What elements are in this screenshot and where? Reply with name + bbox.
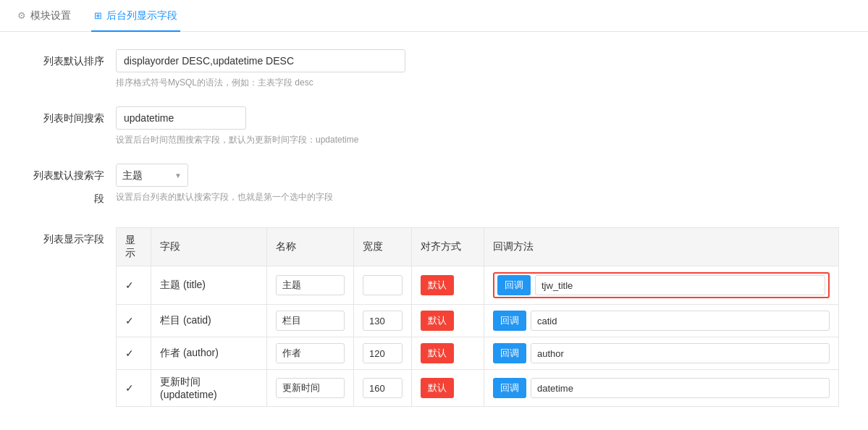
time-search-hint: 设置后台时间范围搜索字段，默认为更新时间字段：updatetime: [116, 134, 839, 146]
sort-order-label: 列表默认排序: [29, 49, 116, 72]
callback-button[interactable]: 回调: [497, 275, 531, 295]
display-fields-table: 显示 字段 名称 宽度 对齐方式 回调方法 ✓主题 (title)默认回调✓栏目…: [116, 227, 839, 407]
table-row: ✓主题 (title)默认回调: [117, 266, 839, 305]
col-header-width: 宽度: [354, 228, 412, 266]
sort-order-field: 排序格式符号MySQL的语法，例如：主表字段 desc: [116, 49, 839, 89]
width-input[interactable]: [363, 311, 403, 331]
name-input[interactable]: [276, 343, 345, 363]
default-search-label: 列表默认搜索字段: [29, 164, 116, 210]
col-header-align: 对齐方式: [412, 228, 484, 266]
gear-icon: ⚙: [17, 10, 26, 21]
align-cell: 默认: [412, 370, 484, 407]
checkmark-icon: ✓: [125, 347, 134, 359]
table-icon: ⊞: [94, 10, 102, 21]
table-row: ✓栏目 (catid)默认回调: [117, 305, 839, 337]
callback-container: 回调: [493, 378, 830, 398]
width-cell: [354, 337, 412, 370]
name-cell: [267, 370, 354, 407]
width-input[interactable]: [363, 275, 403, 295]
field-cell: 作者 (author): [151, 337, 267, 370]
chevron-down-icon: ▼: [174, 172, 187, 180]
default-align-button[interactable]: 默认: [421, 378, 454, 398]
default-search-hint: 设置后台列表的默认搜索字段，也就是第一个选中的字段: [116, 191, 839, 203]
width-cell: [354, 266, 412, 305]
show-cell: ✓: [117, 266, 151, 305]
sort-order-input[interactable]: [116, 49, 405, 72]
name-input[interactable]: [276, 311, 345, 331]
tab-backend-columns[interactable]: ⊞ 后台列显示字段: [91, 1, 180, 32]
tab-module-settings-label: 模块设置: [30, 9, 71, 22]
sort-order-row: 列表默认排序 排序格式符号MySQL的语法，例如：主表字段 desc: [29, 49, 839, 89]
col-header-show: 显示: [117, 228, 151, 266]
default-align-button[interactable]: 默认: [421, 311, 454, 331]
col-header-callback: 回调方法: [484, 228, 839, 266]
callback-input[interactable]: [535, 275, 825, 295]
checkmark-icon: ✓: [125, 382, 134, 394]
tab-bar: ⚙ 模块设置 ⊞ 后台列显示字段: [0, 0, 868, 32]
show-cell: ✓: [117, 370, 151, 407]
callback-cell: 回调: [484, 266, 839, 305]
show-cell: ✓: [117, 305, 151, 337]
align-cell: 默认: [412, 266, 484, 305]
name-cell: [267, 337, 354, 370]
name-input[interactable]: [276, 378, 345, 398]
callback-container: 回调: [493, 343, 830, 363]
callback-container: 回调: [493, 311, 830, 331]
default-align-button[interactable]: 默认: [421, 343, 454, 363]
default-search-row: 列表默认搜索字段 主题 栏目 作者 更新时间 ▼ 设置后台列表的默认搜索字段，也…: [29, 164, 839, 210]
width-input[interactable]: [363, 378, 403, 398]
display-fields-row: 列表显示字段 显示 字段 名称 宽度 对齐方式 回调方法 ✓主题 (title)…: [29, 227, 839, 407]
callback-cell: 回调: [484, 370, 839, 407]
time-search-field: 设置后台时间范围搜索字段，默认为更新时间字段：updatetime: [116, 106, 839, 146]
align-cell: 默认: [412, 337, 484, 370]
name-input[interactable]: [276, 275, 345, 295]
display-fields-table-wrap: 显示 字段 名称 宽度 对齐方式 回调方法 ✓主题 (title)默认回调✓栏目…: [116, 227, 839, 407]
callback-button[interactable]: 回调: [493, 311, 526, 331]
callback-container: 回调: [493, 272, 830, 298]
field-cell: 栏目 (catid): [151, 305, 267, 337]
time-search-row: 列表时间搜索 设置后台时间范围搜索字段，默认为更新时间字段：updatetime: [29, 106, 839, 146]
tab-module-settings[interactable]: ⚙ 模块设置: [14, 1, 74, 32]
default-search-select[interactable]: 主题 栏目 作者 更新时间: [117, 164, 174, 186]
time-search-input[interactable]: [116, 106, 246, 130]
show-cell: ✓: [117, 337, 151, 370]
callback-input[interactable]: [531, 343, 830, 363]
time-search-label: 列表时间搜索: [29, 106, 116, 130]
field-cell: 更新时间 (updatetime): [151, 370, 267, 407]
display-fields-label: 列表显示字段: [29, 227, 116, 246]
col-header-field: 字段: [151, 228, 267, 266]
default-search-field: 主题 栏目 作者 更新时间 ▼ 设置后台列表的默认搜索字段，也就是第一个选中的字…: [116, 164, 839, 203]
field-cell: 主题 (title): [151, 266, 267, 305]
callback-button[interactable]: 回调: [493, 378, 526, 398]
tab-backend-columns-label: 后台列显示字段: [106, 9, 177, 22]
callback-cell: 回调: [484, 305, 839, 337]
main-content: 列表默认排序 排序格式符号MySQL的语法，例如：主表字段 desc 列表时间搜…: [0, 32, 868, 430]
callback-input[interactable]: [531, 378, 830, 398]
sort-order-hint: 排序格式符号MySQL的语法，例如：主表字段 desc: [116, 77, 839, 89]
align-cell: 默认: [412, 305, 484, 337]
table-row: ✓更新时间 (updatetime)默认回调: [117, 370, 839, 407]
width-cell: [354, 305, 412, 337]
col-header-name: 名称: [267, 228, 354, 266]
width-input[interactable]: [363, 343, 403, 363]
name-cell: [267, 305, 354, 337]
callback-input[interactable]: [531, 311, 830, 331]
name-cell: [267, 266, 354, 305]
width-cell: [354, 370, 412, 407]
default-align-button[interactable]: 默认: [421, 275, 454, 295]
table-row: ✓作者 (author)默认回调: [117, 337, 839, 370]
checkmark-icon: ✓: [125, 279, 134, 291]
callback-cell: 回调: [484, 337, 839, 370]
default-search-select-wrap[interactable]: 主题 栏目 作者 更新时间 ▼: [116, 164, 188, 187]
callback-button[interactable]: 回调: [493, 343, 526, 363]
checkmark-icon: ✓: [125, 315, 134, 326]
